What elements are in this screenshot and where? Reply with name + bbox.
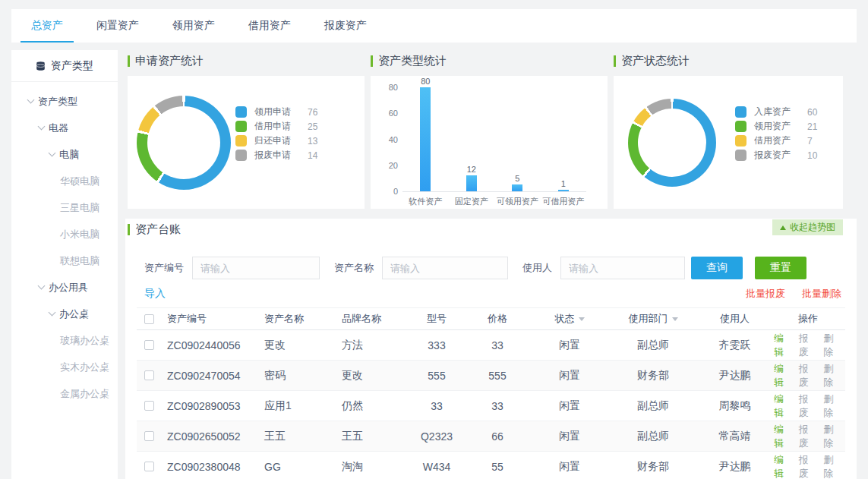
tab-0[interactable]: 总资产 xyxy=(19,9,75,43)
scrap-action[interactable]: 报废 xyxy=(799,362,818,389)
header-cell: 品牌名称 xyxy=(330,312,410,326)
table-row: ZC0902440056更改方法33333闲置副总师齐雯跃编辑报废删除 xyxy=(137,330,845,361)
tree-leaf-item[interactable]: 实木办公桌 xyxy=(11,354,118,380)
status-stats-chart-card: 入库资产60领用资产21借用资产7报废资产10 xyxy=(614,76,843,209)
edit-action[interactable]: 编辑 xyxy=(774,423,793,450)
row-cell-model: 555 xyxy=(410,370,463,382)
tree-item-label: 办公桌 xyxy=(59,307,89,321)
row-cell-checkbox xyxy=(137,340,161,350)
asset-id-input[interactable] xyxy=(192,257,320,279)
legend-swatch xyxy=(235,150,247,161)
legend-value: 14 xyxy=(308,150,317,161)
tree-branch-item[interactable]: 办公桌 xyxy=(11,301,118,327)
header-cell-label: 型号 xyxy=(427,312,447,326)
section-title-text: 资产类型统计 xyxy=(378,54,447,68)
legend-value: 25 xyxy=(308,121,317,132)
row-checkbox[interactable] xyxy=(144,462,154,471)
row-checkbox[interactable] xyxy=(144,431,154,441)
collapse-trend-chart-button[interactable]: 收起趋势图 xyxy=(772,219,843,235)
section-title-text: 申请资产统计 xyxy=(135,54,204,68)
row-cell-user: 尹达鹏 xyxy=(699,369,771,383)
bar-value-label: 80 xyxy=(421,77,430,86)
bar xyxy=(558,190,569,191)
tab-1[interactable]: 闲置资产 xyxy=(84,9,151,43)
legend-swatch xyxy=(735,121,746,132)
tree-branch-item[interactable]: 资产类型 xyxy=(11,88,118,115)
tree-leaf-item[interactable]: 三星电脑 xyxy=(11,194,118,221)
edit-action[interactable]: 编辑 xyxy=(774,332,793,359)
query-button[interactable]: 查询 xyxy=(691,257,743,279)
scrap-action[interactable]: 报废 xyxy=(799,423,818,450)
asset-table: 资产编号资产名称品牌名称型号价格状态使用部门使用人操作 ZC0902440056… xyxy=(137,307,845,479)
legend-label: 入库资产 xyxy=(754,106,800,118)
filter-icon[interactable] xyxy=(579,317,585,321)
chevron-down-icon xyxy=(38,123,46,131)
tree-leaf-item[interactable]: 玻璃办公桌 xyxy=(11,327,118,354)
type-stats-chart-card: 02040608080软件资产12固定资产5可领用资产1可借用资产 xyxy=(371,76,608,209)
legend-item: 借用资产7 xyxy=(735,135,817,147)
legend-value: 60 xyxy=(807,107,817,118)
row-cell-status: 闲置 xyxy=(532,399,608,413)
asset-id-label: 资产编号 xyxy=(144,261,184,275)
row-checkbox[interactable] xyxy=(144,340,154,350)
tree-leaf-item[interactable]: 联想电脑 xyxy=(11,247,118,274)
row-checkbox[interactable] xyxy=(144,401,154,411)
edit-action[interactable]: 编辑 xyxy=(774,362,793,389)
row-cell-model: 33 xyxy=(410,400,463,412)
tree-leaf-item[interactable]: 金属办公桌 xyxy=(11,380,118,407)
row-cell-model: Q2323 xyxy=(410,430,463,443)
donut-hole xyxy=(147,106,220,179)
batch-scrap-link[interactable]: 批量报废 xyxy=(746,287,785,301)
row-cell-name: 王五 xyxy=(251,430,330,443)
delete-action[interactable]: 删除 xyxy=(823,392,842,420)
legend-swatch xyxy=(235,135,247,147)
scrap-action[interactable]: 报废 xyxy=(799,332,818,359)
edit-action[interactable]: 编辑 xyxy=(774,453,793,479)
legend-label: 归还申请 xyxy=(254,134,300,147)
filter-icon[interactable] xyxy=(672,317,678,321)
scrap-action[interactable]: 报废 xyxy=(799,392,818,420)
edit-action[interactable]: 编辑 xyxy=(774,392,793,420)
header-cell-label: 使用部门 xyxy=(629,312,668,326)
row-cell-name: GG xyxy=(251,461,330,473)
row-cell-id: ZC0902440056 xyxy=(161,339,251,351)
row-cell-actions: 编辑报废删除 xyxy=(771,423,845,450)
tree-branch-item[interactable]: 电脑 xyxy=(11,141,118,168)
bar-value-label: 5 xyxy=(515,174,519,183)
tab-2[interactable]: 领用资产 xyxy=(160,9,227,43)
row-cell-checkbox xyxy=(137,401,161,411)
section-marker xyxy=(128,224,130,235)
legend-value: 13 xyxy=(308,136,317,147)
tab-4[interactable]: 报废资产 xyxy=(312,9,379,43)
tree-branch-item[interactable]: 电器 xyxy=(11,115,118,141)
reset-button[interactable]: 重置 xyxy=(755,257,806,279)
asset-name-input[interactable] xyxy=(382,257,508,279)
delete-action[interactable]: 删除 xyxy=(823,423,842,450)
delete-action[interactable]: 删除 xyxy=(823,332,842,359)
import-link[interactable]: 导入 xyxy=(144,287,166,301)
chevron-down-icon xyxy=(49,150,56,157)
application-stats-legend: 领用申请76借用申请25归还申请13报废申请14 xyxy=(235,106,317,164)
table-row: ZC0902890053应用1仍然3333闲置副总师周黎鸣编辑报废删除 xyxy=(137,391,845,421)
user-input[interactable] xyxy=(560,257,685,279)
tree-item-label: 金属办公桌 xyxy=(60,387,109,401)
header-cell-label: 价格 xyxy=(488,312,507,326)
legend-label: 报废申请 xyxy=(254,149,300,162)
tree-leaf-item[interactable]: 华硕电脑 xyxy=(11,168,118,194)
row-checkbox[interactable] xyxy=(144,370,154,380)
legend-swatch xyxy=(735,106,746,118)
select-all-checkbox[interactable] xyxy=(144,314,154,324)
legend-item: 报废申请14 xyxy=(235,150,317,161)
tab-3[interactable]: 借用资产 xyxy=(236,9,303,43)
row-cell-brand: 更改 xyxy=(330,369,410,383)
delete-action[interactable]: 删除 xyxy=(823,362,842,389)
legend-item: 借用申请25 xyxy=(235,121,317,132)
tree-branch-item[interactable]: 办公用具 xyxy=(11,274,118,301)
asset-name-label: 资产名称 xyxy=(334,261,374,275)
tree-item-label: 联想电脑 xyxy=(60,254,99,268)
batch-delete-link[interactable]: 批量删除 xyxy=(802,287,841,301)
delete-action[interactable]: 删除 xyxy=(823,453,842,479)
bar xyxy=(512,184,522,191)
scrap-action[interactable]: 报废 xyxy=(799,453,818,479)
tree-leaf-item[interactable]: 小米电脑 xyxy=(11,221,118,247)
